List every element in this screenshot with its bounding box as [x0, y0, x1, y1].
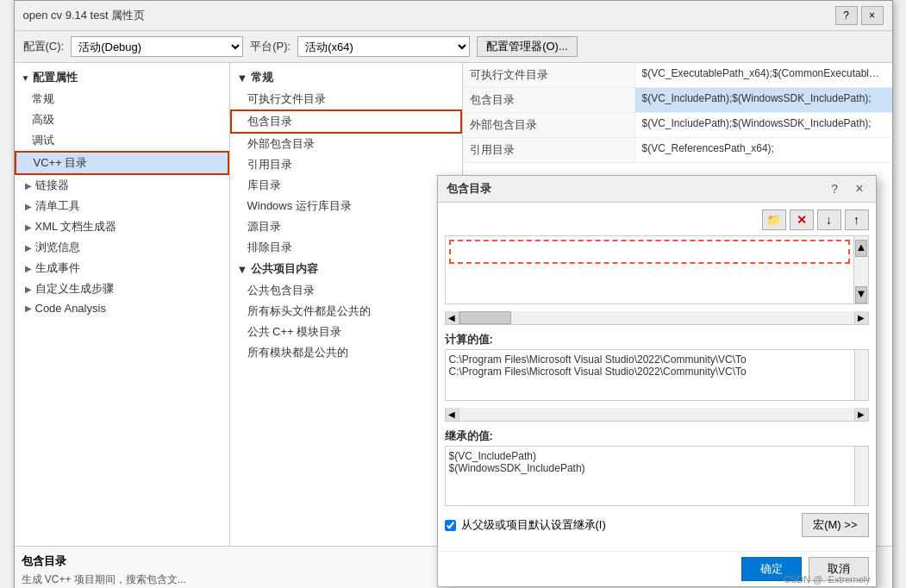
middle-item-winrt[interactable]: Windows 运行库目录: [230, 196, 462, 216]
middle-item-pub-include[interactable]: 公共包含目录: [230, 280, 462, 301]
expand-icon: ▶: [25, 264, 32, 273]
dialog-help-button[interactable]: ?: [828, 182, 841, 196]
move-down-button[interactable]: ↓: [817, 210, 841, 230]
middle-item-ref[interactable]: 引用目录: [230, 154, 462, 175]
sidebar-group-linker[interactable]: ▶ 链接器: [15, 175, 229, 196]
right-row-value[interactable]: $(VC_IncludePath);$(WindowsSDK_IncludePa…: [635, 113, 892, 137]
expand-icon: ▶: [25, 222, 32, 232]
middle-item-executable[interactable]: 可执行文件目录: [230, 89, 462, 109]
computed-label: 计算的值:: [445, 332, 869, 347]
dialog-h-scrollbar[interactable]: ◀ ▶: [445, 311, 869, 325]
folder-button[interactable]: 📁: [762, 210, 786, 230]
right-row: 外部包含目录 $(VC_IncludePath);$(WindowsSDK_In…: [463, 113, 892, 138]
right-row-value[interactable]: $(VC_IncludePath);$(WindowsSDK_IncludePa…: [635, 88, 892, 112]
middle-item-all-modules[interactable]: 所有模块都是公共的: [230, 342, 462, 363]
right-row-value[interactable]: $(VC_ReferencesPath_x64);: [635, 138, 892, 162]
sidebar-group-label: XML 文档生成器: [35, 219, 117, 235]
dialog-title-controls: ? ×: [828, 181, 866, 197]
middle-item-lib[interactable]: 库目录: [230, 175, 462, 196]
sidebar-item-label: 常规: [32, 92, 54, 105]
computed-h-scrollbar[interactable]: ◀ ▶: [445, 408, 869, 422]
sidebar-group-manifest[interactable]: ▶ 清单工具: [15, 196, 229, 216]
sidebar-group-label: 生成事件: [35, 260, 80, 276]
sidebar-group-browse[interactable]: ▶ 浏览信息: [15, 237, 229, 258]
middle-item-label: 所有标头文件都是公共的: [247, 304, 371, 317]
platform-select[interactable]: 活动(x64): [297, 36, 470, 57]
middle-section-title: ▼ 常规: [230, 66, 462, 89]
platform-label: 平台(P):: [250, 39, 291, 54]
manage-config-button[interactable]: 配置管理器(O)...: [477, 36, 578, 57]
middle-item-label: 源目录: [247, 220, 281, 233]
dialog-title-bar: 包含目录 ? ×: [438, 176, 876, 203]
sidebar-group-label: Code Analysis: [35, 302, 106, 315]
right-row-value[interactable]: $(VC_ExecutablePath_x64);$(CommonExecuta…: [635, 63, 892, 87]
middle-subsection: ▼ 公共项目内容: [230, 258, 462, 280]
middle-item-label: 库目录: [247, 178, 281, 191]
sidebar-title: 配置属性: [33, 70, 78, 85]
scroll-left-btn[interactable]: ◀: [446, 311, 459, 324]
sidebar-item-advanced[interactable]: 高级: [15, 109, 229, 130]
right-row-label: 外部包含目录: [463, 113, 635, 137]
dialog-include-dir: 包含目录 ? × 📁 ✕ ↓: [437, 175, 877, 587]
computed-scroll-left[interactable]: ◀: [446, 408, 459, 421]
middle-item-source[interactable]: 源目录: [230, 216, 462, 237]
inherited-scrollbar-v[interactable]: [854, 447, 868, 505]
middle-item-include[interactable]: 包含目录: [230, 109, 462, 134]
dialog-close-button[interactable]: ×: [852, 181, 866, 197]
dialog-title: 包含目录: [447, 181, 491, 197]
inherit-label[interactable]: 从父级或项目默认设置继承(I): [461, 517, 606, 533]
middle-item-pub-cpp[interactable]: 公共 C++ 模块目录: [230, 322, 462, 342]
main-window: open cv 9.14 test 属性页 ? × 配置(C): 活动(Debu…: [14, 0, 893, 588]
sidebar-item-label: VC++ 目录: [34, 156, 88, 169]
config-label: 配置(C):: [23, 39, 65, 54]
move-up-button[interactable]: ↑: [845, 210, 869, 230]
help-button[interactable]: ?: [835, 6, 858, 25]
folder-icon: 📁: [766, 213, 781, 227]
macro-button[interactable]: 宏(M) >>: [802, 513, 868, 537]
scroll-down-btn[interactable]: ▼: [855, 286, 867, 303]
scroll-right-btn[interactable]: ▶: [854, 311, 868, 324]
middle-item-label: 外部包含目录: [247, 137, 315, 150]
title-bar-left: open cv 9.14 test 属性页: [23, 8, 146, 23]
computed-scroll-right[interactable]: ▶: [854, 408, 868, 421]
down-arrow-icon: ↓: [826, 213, 832, 227]
inherited-line-2: $(WindowsSDK_IncludePath): [449, 462, 851, 474]
sidebar-group-build-events[interactable]: ▶ 生成事件: [15, 258, 229, 278]
computed-inner: C:\Program Files\Microsoft Visual Studio…: [446, 350, 854, 400]
inherited-inner: $(VC_IncludePath) $(WindowsSDK_IncludePa…: [446, 447, 854, 505]
middle-item-external[interactable]: 外部包含目录: [230, 134, 462, 154]
computed-scrollbar-v[interactable]: [854, 350, 868, 400]
dialog-toolbar: 📁 ✕ ↓ ↑: [445, 210, 869, 230]
middle-item-exclude[interactable]: 排除目录: [230, 237, 462, 258]
scroll-up-btn[interactable]: ▲: [855, 240, 867, 257]
scroll-h-track: [459, 311, 854, 324]
config-select[interactable]: 活动(Debug): [71, 36, 243, 57]
main-wrapper: ▼ 配置属性 常规 高级 调试 VC++ 目录 ▶ 链接器: [15, 63, 892, 588]
sidebar-item-vcpp-dirs[interactable]: VC++ 目录: [15, 151, 229, 175]
inherited-box: $(VC_IncludePath) $(WindowsSDK_IncludePa…: [445, 446, 869, 506]
close-button[interactable]: ×: [861, 6, 884, 25]
sidebar-group-code-analysis[interactable]: ▶ Code Analysis: [15, 299, 229, 317]
sidebar-arrow: ▼: [22, 73, 30, 83]
sidebar-group-xml[interactable]: ▶ XML 文档生成器: [15, 216, 229, 237]
computed-h-track: [459, 408, 854, 421]
computed-line-2: C:\Program Files\Microsoft Visual Studio…: [449, 366, 851, 378]
middle-item-label: 排除目录: [247, 241, 292, 253]
title-bar-controls: ? ×: [835, 6, 884, 25]
dialog-scrollbar-v[interactable]: ▲ ▼: [854, 236, 868, 303]
sidebar-item-label: 高级: [32, 113, 54, 126]
sidebar: ▼ 配置属性 常规 高级 调试 VC++ 目录 ▶ 链接器: [15, 63, 230, 546]
inherit-checkbox[interactable]: [445, 520, 456, 531]
sidebar-group-custom-build[interactable]: ▶ 自定义生成步骤: [15, 278, 229, 299]
include-path-input[interactable]: [449, 240, 850, 264]
right-table: 可执行文件目录 $(VC_ExecutablePath_x64);$(Commo…: [463, 63, 892, 163]
middle-item-all-headers[interactable]: 所有标头文件都是公共的: [230, 301, 462, 322]
sidebar-item-general[interactable]: 常规: [15, 89, 229, 109]
delete-button[interactable]: ✕: [790, 210, 814, 230]
sidebar-section-title: ▼ 配置属性: [15, 66, 229, 89]
sidebar-group-label: 浏览信息: [35, 240, 80, 255]
sidebar-item-debug[interactable]: 调试: [15, 130, 229, 151]
dialog-list-area: ▲ ▼: [445, 235, 869, 304]
delete-icon: ✕: [797, 213, 807, 227]
middle-title: 常规: [251, 70, 273, 85]
